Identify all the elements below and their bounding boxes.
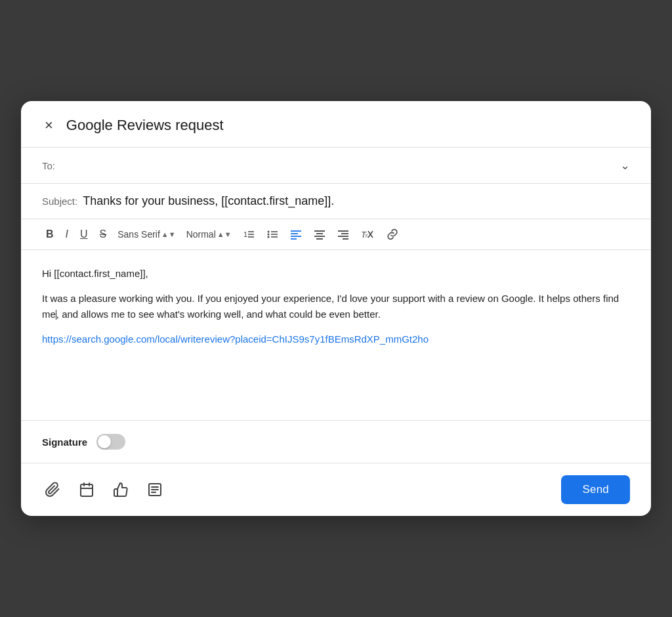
svg-point-4 bbox=[267, 231, 269, 233]
modal-footer: Send bbox=[21, 463, 651, 516]
body-link: https://search.google.com/local/writerev… bbox=[42, 331, 630, 347]
align-right-button[interactable] bbox=[333, 226, 353, 243]
attach-file-button[interactable] bbox=[42, 479, 63, 500]
to-label: To: bbox=[42, 160, 62, 171]
font-size-arrow-icon: ▲▼ bbox=[217, 230, 232, 238]
ordered-list-button[interactable]: 1. bbox=[239, 226, 259, 243]
font-size-label: Normal bbox=[186, 229, 216, 240]
to-input[interactable] bbox=[67, 160, 620, 171]
body-paragraph: It was a pleasure working with you. If y… bbox=[42, 291, 630, 322]
subject-label: Subject: bbox=[42, 196, 77, 207]
svg-rect-26 bbox=[81, 484, 93, 496]
unordered-list-button[interactable] bbox=[262, 226, 282, 243]
thumbsup-button[interactable] bbox=[110, 479, 131, 500]
font-family-arrow-icon: ▲▼ bbox=[161, 230, 176, 238]
bold-button[interactable]: B bbox=[42, 226, 58, 242]
close-button[interactable]: × bbox=[42, 117, 56, 134]
strikethrough-button[interactable]: S bbox=[96, 226, 111, 242]
align-left-button[interactable] bbox=[286, 226, 306, 243]
subject-value: Thanks for your business, [[contact.firs… bbox=[83, 194, 334, 208]
svg-point-6 bbox=[267, 236, 269, 238]
svg-text:x: x bbox=[365, 232, 368, 239]
chevron-down-icon[interactable]: ⌄ bbox=[620, 158, 630, 173]
footer-action-icons bbox=[42, 479, 165, 500]
modal-title: Google Reviews request bbox=[66, 117, 224, 134]
clear-format-button[interactable]: T x bbox=[357, 226, 378, 243]
modal-header: × Google Reviews request bbox=[21, 101, 651, 148]
subject-row: Subject: Thanks for your business, [[con… bbox=[21, 184, 651, 219]
toggle-knob bbox=[98, 435, 111, 448]
body-greeting: Hi [[contact.first_name]], bbox=[42, 266, 630, 282]
font-family-label: Sans Serif bbox=[117, 229, 160, 240]
send-button[interactable]: Send bbox=[561, 475, 630, 504]
signature-toggle[interactable] bbox=[96, 434, 125, 450]
underline-button[interactable]: U bbox=[76, 226, 92, 242]
to-row: To: ⌄ bbox=[21, 148, 651, 184]
compose-modal: × Google Reviews request To: ⌄ Subject: … bbox=[21, 101, 651, 516]
italic-button[interactable]: I bbox=[62, 226, 72, 242]
schedule-button[interactable] bbox=[76, 479, 97, 500]
email-body[interactable]: Hi [[contact.first_name]], It was a plea… bbox=[21, 250, 651, 421]
google-review-link[interactable]: https://search.google.com/local/writerev… bbox=[42, 333, 429, 345]
formatting-toolbar: B I U S Sans Serif ▲▼ Normal ▲▼ 1. bbox=[21, 219, 651, 250]
template-button[interactable] bbox=[144, 479, 165, 500]
link-button[interactable] bbox=[382, 226, 403, 243]
font-size-select[interactable]: Normal ▲▼ bbox=[183, 227, 235, 242]
font-family-select[interactable]: Sans Serif ▲▼ bbox=[114, 227, 178, 242]
svg-point-5 bbox=[267, 234, 269, 236]
align-center-button[interactable] bbox=[310, 226, 329, 243]
signature-label: Signature bbox=[42, 436, 87, 448]
signature-row: Signature bbox=[21, 421, 651, 463]
